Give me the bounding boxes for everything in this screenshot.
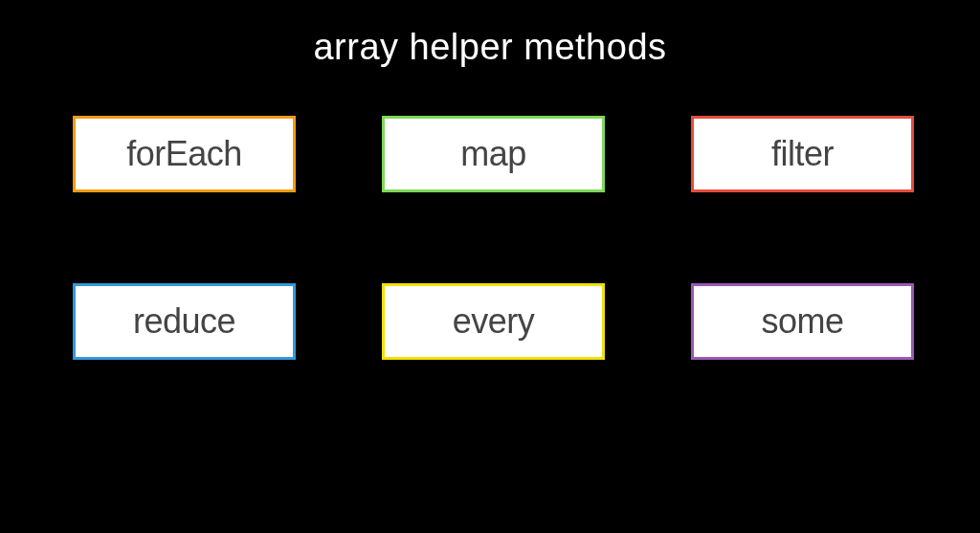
- diagram-title: array helper methods: [0, 0, 980, 116]
- method-label: some: [761, 301, 843, 342]
- method-box-filter: filter: [691, 116, 914, 192]
- method-box-map: map: [382, 116, 605, 192]
- method-label: filter: [771, 134, 834, 174]
- method-box-foreach: forEach: [73, 116, 296, 192]
- methods-grid: forEach map filter reduce every some: [0, 116, 980, 360]
- method-label: reduce: [133, 301, 235, 342]
- method-label: map: [460, 134, 526, 174]
- method-box-some: some: [691, 283, 914, 360]
- method-label: every: [453, 301, 535, 342]
- method-label: forEach: [126, 134, 242, 174]
- method-box-every: every: [382, 283, 605, 360]
- method-box-reduce: reduce: [73, 283, 296, 360]
